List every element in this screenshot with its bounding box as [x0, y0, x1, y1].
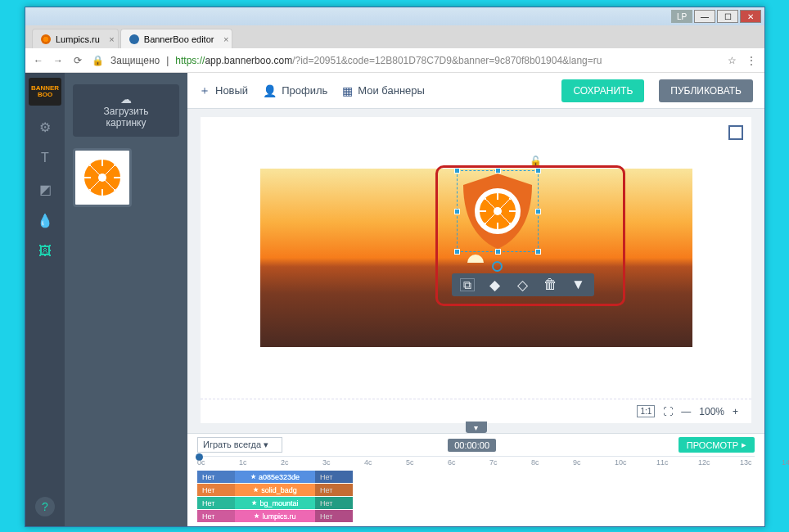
- tool-rail: BANNER BOO ⚙ T ◩ 💧 🖼 ?: [25, 73, 65, 526]
- timeline-tracks: Нет★a085e323deНетНет★solid_badgНетНет★bg…: [197, 471, 755, 522]
- back-icon[interactable]: ←: [32, 55, 45, 66]
- minimize-button[interactable]: —: [694, 10, 715, 23]
- menu-icon[interactable]: ⋮: [745, 55, 758, 66]
- paint-tool-icon[interactable]: 💧: [35, 210, 55, 230]
- logo: BANNER BOO: [29, 78, 61, 106]
- ruler-mark: 13c: [740, 458, 752, 467]
- resize-handle[interactable]: [454, 209, 460, 214]
- star-icon: ★: [250, 473, 256, 480]
- track-left[interactable]: Нет: [197, 484, 235, 496]
- timeline-track[interactable]: Нет★lumpics.ruНет: [197, 510, 755, 522]
- track-right[interactable]: Нет: [315, 510, 353, 522]
- browser-tabstrip: Lumpics.ru × BannerBoo editor ×: [25, 25, 764, 48]
- lock-icon[interactable]: 🔓: [530, 156, 542, 167]
- star-icon: ★: [251, 499, 257, 507]
- fullscreen-icon[interactable]: [728, 125, 743, 140]
- my-banners-button[interactable]: ▦Мои баннеры: [342, 84, 425, 97]
- close-tab-icon[interactable]: ×: [223, 34, 228, 44]
- timeline-track[interactable]: Нет★a085e323deНет: [197, 471, 755, 483]
- preview-button[interactable]: ПРОСМОТР ▸: [679, 437, 755, 453]
- ruler-mark: 7c: [489, 458, 498, 467]
- asset-thumbnail[interactable]: [73, 148, 132, 207]
- gear-icon[interactable]: ⚙: [35, 117, 55, 137]
- rotate-handle[interactable]: [492, 261, 503, 272]
- ruler-mark: 2c: [281, 458, 289, 467]
- url-field[interactable]: https://app.bannerboo.com/?id=20951&code…: [175, 55, 719, 66]
- app-topbar: ＋Новый 👤Профиль ▦Мои баннеры СОХРАНИТЬ П…: [187, 73, 764, 109]
- track-right[interactable]: Нет: [315, 484, 353, 496]
- fit-icon[interactable]: ⛶: [663, 406, 673, 417]
- track-left[interactable]: Нет: [197, 497, 235, 509]
- star-icon[interactable]: ☆: [725, 55, 738, 66]
- track-left[interactable]: Нет: [197, 510, 235, 522]
- main-area: ＋Новый 👤Профиль ▦Мои баннеры СОХРАНИТЬ П…: [187, 73, 764, 526]
- app-body: BANNER BOO ⚙ T ◩ 💧 🖼 ? ☁ Загрузить карти…: [25, 73, 764, 526]
- ruler-mark: 0c: [197, 458, 205, 467]
- ruler-mark: 11c: [656, 458, 669, 467]
- ruler-mark: 4c: [364, 458, 372, 467]
- titlebar: LP — ☐ ✕: [25, 7, 764, 25]
- object-toolbar: ⧉ ◆ ◇ 🗑 ▼: [452, 273, 594, 296]
- publish-button[interactable]: ПУБЛИКОВАТЬ: [659, 79, 753, 102]
- zoom-out-button[interactable]: —: [681, 406, 691, 417]
- ruler-mark: 6c: [448, 458, 456, 467]
- collapse-icon[interactable]: ▾: [466, 422, 487, 433]
- timeline-ruler[interactable]: 0c1c2c3c4c5c6c7c8c9c10c11c12c13c14c15c16…: [197, 456, 755, 471]
- ruler-mark: 12c: [698, 458, 710, 467]
- time-display: 00:00:00: [448, 439, 496, 452]
- lock-icon: 🔒: [91, 55, 104, 66]
- save-button[interactable]: СОХРАНИТЬ: [561, 79, 644, 102]
- assets-panel: ☁ Загрузить картинку: [65, 73, 187, 526]
- selected-shield-object[interactable]: 🔓: [457, 170, 539, 252]
- resize-handle[interactable]: [495, 249, 501, 255]
- track-label[interactable]: ★lumpics.ru: [235, 510, 315, 522]
- orange-slice-icon: [79, 155, 125, 201]
- layer-down-icon[interactable]: ◇: [516, 278, 530, 291]
- track-label[interactable]: ★a085e323de: [235, 471, 315, 483]
- track-label[interactable]: ★bg_mountai: [235, 497, 315, 509]
- resize-handle[interactable]: [454, 249, 460, 255]
- resize-handle[interactable]: [495, 168, 501, 174]
- aspect-icon[interactable]: 1:1: [637, 405, 655, 417]
- help-button[interactable]: ?: [35, 497, 55, 516]
- plus-icon: ＋: [199, 83, 210, 98]
- new-button[interactable]: ＋Новый: [199, 83, 248, 98]
- canvas-area: 🔓 ⧉ ◆ ◇ 🗑 ▼: [201, 117, 751, 399]
- text-tool-icon[interactable]: T: [35, 148, 55, 168]
- track-right[interactable]: Нет: [315, 497, 353, 509]
- trash-icon[interactable]: 🗑: [543, 278, 558, 291]
- close-tab-icon[interactable]: ×: [109, 34, 114, 44]
- browser-tab-bannerboo[interactable]: BannerBoo editor ×: [120, 29, 233, 48]
- play-icon: ▸: [742, 440, 746, 450]
- forward-icon[interactable]: →: [52, 55, 65, 66]
- track-right[interactable]: Нет: [315, 471, 353, 483]
- play-mode-select[interactable]: Играть всегда ▾: [197, 437, 282, 453]
- upload-image-button[interactable]: ☁ Загрузить картинку: [73, 84, 179, 137]
- zoom-level: 100%: [699, 406, 724, 417]
- star-icon: ★: [253, 486, 259, 494]
- reload-icon[interactable]: ⟳: [71, 55, 84, 66]
- duplicate-icon[interactable]: ⧉: [460, 278, 475, 291]
- selection-box: [457, 170, 539, 252]
- close-button[interactable]: ✕: [740, 10, 761, 23]
- timeline-track[interactable]: Нет★solid_badgНет: [197, 484, 755, 496]
- more-icon[interactable]: ▼: [571, 278, 586, 291]
- browser-tab-lumpics[interactable]: Lumpics.ru ×: [32, 29, 119, 48]
- tab-label: BannerBoo editor: [144, 34, 214, 44]
- resize-handle[interactable]: [454, 168, 460, 174]
- shape-tool-icon[interactable]: ◩: [35, 179, 55, 199]
- banner-canvas[interactable]: 🔓 ⧉ ◆ ◇ 🗑 ▼: [260, 169, 692, 347]
- track-left[interactable]: Нет: [197, 471, 235, 483]
- resize-handle[interactable]: [535, 249, 541, 255]
- resize-handle[interactable]: [535, 168, 541, 174]
- layer-up-icon[interactable]: ◆: [488, 278, 503, 291]
- track-label[interactable]: ★solid_badg: [235, 484, 315, 496]
- image-tool-icon[interactable]: 🖼: [35, 241, 55, 261]
- profile-button[interactable]: 👤Профиль: [263, 84, 327, 97]
- favicon-icon: [129, 34, 139, 44]
- ruler-mark: 10c: [615, 458, 627, 467]
- resize-handle[interactable]: [535, 209, 541, 214]
- timeline-track[interactable]: Нет★bg_mountaiНет: [197, 497, 755, 509]
- zoom-in-button[interactable]: +: [733, 406, 738, 417]
- maximize-button[interactable]: ☐: [717, 10, 738, 23]
